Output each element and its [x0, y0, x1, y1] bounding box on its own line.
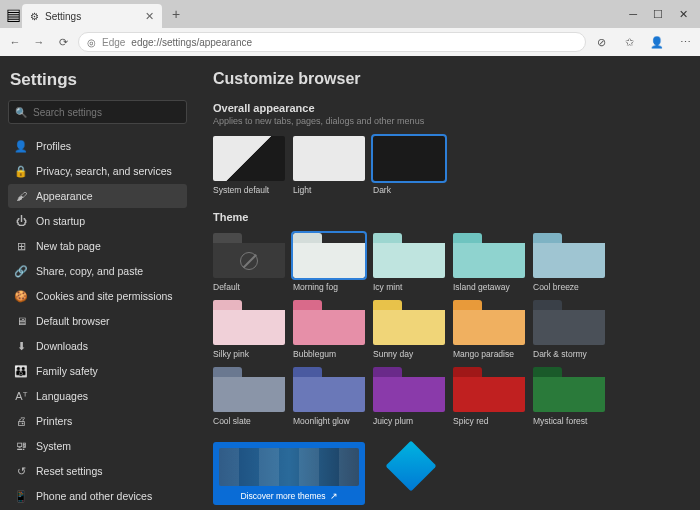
theme-option-silkypink[interactable]	[213, 300, 285, 345]
brush-icon: 🖌	[14, 189, 28, 203]
theme-option-morningfog[interactable]	[293, 233, 365, 278]
back-button[interactable]: ←	[6, 33, 24, 51]
theme-label-text: Dark & stormy	[533, 349, 605, 359]
sidebar-item-download[interactable]: ⬇Downloads	[8, 334, 187, 358]
maximize-button[interactable]: ☐	[653, 8, 663, 21]
profile-icon: 👤	[14, 139, 28, 153]
sidebar-item-phone[interactable]: 📱Phone and other devices	[8, 484, 187, 508]
appearance-option-dark[interactable]	[373, 136, 445, 181]
sidebar-item-lang[interactable]: AᵀLanguages	[8, 384, 187, 408]
url-input[interactable]: ◎ Edge edge://settings/appearance	[78, 32, 586, 52]
theme-option-coolbreeze[interactable]	[533, 233, 605, 278]
theme-option-icymint[interactable]	[373, 233, 445, 278]
theme-option-island[interactable]	[453, 233, 525, 278]
settings-sidebar: Settings 🔍 👤Profiles🔒Privacy, search, an…	[0, 56, 195, 510]
overall-label: Overall appearance	[213, 102, 682, 114]
search-settings[interactable]: 🔍	[8, 100, 187, 124]
phone-icon: 📱	[14, 489, 28, 503]
theme-option-sunnyday[interactable]	[373, 300, 445, 345]
appearance-option-light[interactable]	[293, 136, 365, 181]
printer-icon: 🖨	[14, 414, 28, 428]
search-input[interactable]	[33, 107, 180, 118]
titlebar: ▤ ⚙ Settings ✕ + ─ ☐ ✕	[0, 0, 700, 28]
theme-label-text: Silky pink	[213, 349, 285, 359]
theme-option-darkstormy[interactable]	[533, 300, 605, 345]
theme-option-moonlight[interactable]	[293, 367, 365, 412]
system-icon: 🖳	[14, 439, 28, 453]
sidebar-item-label: Default browser	[36, 315, 110, 327]
sidebar-item-label: Profiles	[36, 140, 71, 152]
theme-label-text: Spicy red	[453, 416, 525, 426]
minimize-button[interactable]: ─	[629, 8, 637, 21]
lang-icon: Aᵀ	[14, 389, 28, 403]
theme-option-bubblegum[interactable]	[293, 300, 365, 345]
sidebar-item-system[interactable]: 🖳System	[8, 434, 187, 458]
sidebar-item-power[interactable]: ⏻On startup	[8, 209, 187, 233]
tablist-icon[interactable]: ▤	[4, 5, 22, 23]
theme-option-spicyred[interactable]	[453, 367, 525, 412]
sidebar-item-profile[interactable]: 👤Profiles	[8, 134, 187, 158]
theme-option-juicyplum[interactable]	[373, 367, 445, 412]
sidebar-item-label: New tab page	[36, 240, 101, 252]
appearance-option-default[interactable]	[213, 136, 285, 181]
new-tab-button[interactable]: +	[166, 4, 186, 24]
theme-label-text: Cool slate	[213, 416, 285, 426]
appearance-label: Light	[293, 185, 365, 195]
profile-avatar[interactable]: 👤	[648, 33, 666, 51]
power-icon: ⏻	[14, 214, 28, 228]
close-tab-icon[interactable]: ✕	[145, 10, 154, 23]
sidebar-item-lock[interactable]: 🔒Privacy, search, and services	[8, 159, 187, 183]
theme-label-text: Default	[213, 282, 285, 292]
sidebar-item-label: Reset settings	[36, 465, 103, 477]
edge-icon: ◎	[87, 37, 96, 48]
download-icon: ⬇	[14, 339, 28, 353]
discover-label: Discover more themes	[240, 491, 325, 501]
theme-label-text: Mystical forest	[533, 416, 605, 426]
discover-themes-button[interactable]: Discover more themes↗	[213, 442, 365, 505]
theme-option-mystical[interactable]	[533, 367, 605, 412]
theme-option-default[interactable]	[213, 233, 285, 278]
sidebar-item-label: Cookies and site permissions	[36, 290, 173, 302]
sidebar-item-brush[interactable]: 🖌Appearance	[8, 184, 187, 208]
tab-title: Settings	[45, 11, 81, 22]
newtab-icon: ⊞	[14, 239, 28, 253]
theme-label-text: Cool breeze	[533, 282, 605, 292]
favorites-icon[interactable]: ✩	[620, 33, 638, 51]
refresh-button[interactable]: ⟳	[54, 33, 72, 51]
sidebar-item-share[interactable]: 🔗Share, copy, and paste	[8, 259, 187, 283]
sidebar-item-label: Phone and other devices	[36, 490, 152, 502]
close-window-button[interactable]: ✕	[679, 8, 688, 21]
theme-label: Theme	[213, 211, 682, 223]
sidebar-item-cookie[interactable]: 🍪Cookies and site permissions	[8, 284, 187, 308]
search-icon: 🔍	[15, 107, 27, 118]
appearance-label: System default	[213, 185, 285, 195]
theme-label-text: Juicy plum	[373, 416, 445, 426]
sidebar-item-newtab[interactable]: ⊞New tab page	[8, 234, 187, 258]
sidebar-title: Settings	[10, 70, 185, 90]
family-icon: 👪	[14, 364, 28, 378]
theme-label-text: Sunny day	[373, 349, 445, 359]
forward-button[interactable]: →	[30, 33, 48, 51]
sidebar-item-label: Printers	[36, 415, 72, 427]
menu-button[interactable]: ⋯	[676, 33, 694, 51]
theme-label-text: Bubblegum	[293, 349, 365, 359]
theme-option-mango[interactable]	[453, 300, 525, 345]
sidebar-item-family[interactable]: 👪Family safety	[8, 359, 187, 383]
edge-logo-icon	[393, 448, 429, 484]
sidebar-item-label: Appearance	[36, 190, 93, 202]
page-heading: Customize browser	[213, 70, 682, 88]
overall-sub: Applies to new tabs, pages, dialogs and …	[213, 116, 682, 126]
lock-icon: 🔒	[14, 164, 28, 178]
sidebar-item-browser[interactable]: 🖥Default browser	[8, 309, 187, 333]
discover-thumbnails	[219, 448, 359, 486]
browser-tab[interactable]: ⚙ Settings ✕	[22, 4, 162, 28]
appearance-label: Dark	[373, 185, 445, 195]
sidebar-item-label: Languages	[36, 390, 88, 402]
theme-label-text: Mango paradise	[453, 349, 525, 359]
sidebar-item-label: System	[36, 440, 71, 452]
theme-label-text: Icy mint	[373, 282, 445, 292]
tracking-icon[interactable]: ⊘	[592, 33, 610, 51]
theme-option-coolslate[interactable]	[213, 367, 285, 412]
sidebar-item-reset[interactable]: ↺Reset settings	[8, 459, 187, 483]
sidebar-item-printer[interactable]: 🖨Printers	[8, 409, 187, 433]
